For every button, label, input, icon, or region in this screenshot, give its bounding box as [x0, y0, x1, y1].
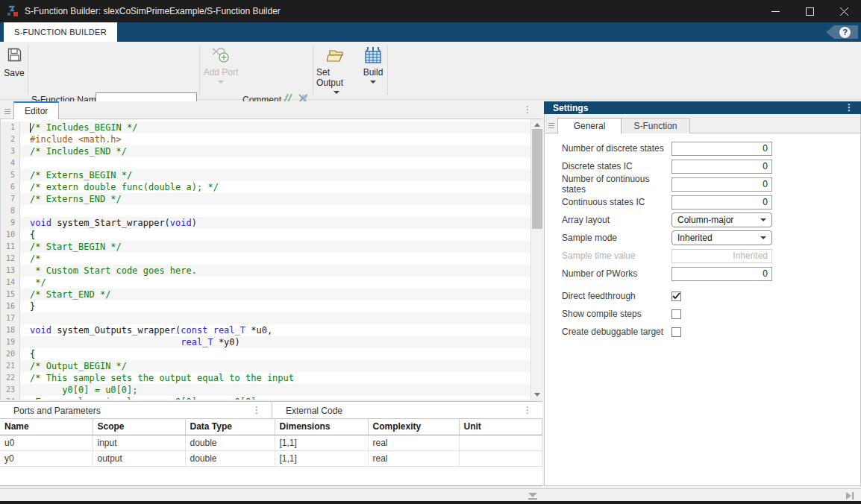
field-dropdown[interactable]: Column-major: [671, 212, 772, 227]
field-input[interactable]: [671, 142, 772, 156]
collapse-bottom-panel-icon[interactable]: [527, 491, 539, 500]
table-body: u0inputdouble[1,1]realy0outputdouble[1,1…: [0, 435, 542, 466]
column-header-name[interactable]: Name: [0, 419, 93, 435]
line-number: 4: [1, 157, 20, 169]
code-line-3[interactable]: 3/* Includes_END */: [1, 145, 530, 157]
tab-sfunction[interactable]: S-Function: [622, 118, 690, 134]
editor-menu-kebab-icon[interactable]: ⋮: [523, 105, 532, 114]
code-text: {: [20, 229, 35, 241]
ports-menu-kebab-icon[interactable]: ⋮: [252, 406, 261, 415]
field-input[interactable]: [671, 160, 772, 174]
table-cell[interactable]: [459, 450, 542, 466]
settings-row-number-of-pworks: Number of PWorks: [545, 265, 860, 283]
table-cell[interactable]: real: [368, 450, 459, 466]
table-cell[interactable]: double: [185, 450, 275, 466]
help-button[interactable]: ?: [826, 25, 858, 39]
field-label: Number of continuous states: [562, 174, 671, 195]
code-lines: 1/* Includes_BEGIN */2#include <math.h>3…: [1, 119, 530, 400]
line-number: 21: [1, 360, 20, 372]
maximize-button[interactable]: [792, 0, 827, 22]
code-line-2[interactable]: 2#include <math.h>: [1, 133, 530, 145]
table-cell[interactable]: double: [185, 435, 275, 450]
panel-grip-icon[interactable]: [548, 122, 554, 130]
scroll-up-icon[interactable]: [531, 119, 542, 130]
tab-ports-and-parameters[interactable]: Ports and Parameters ⋮: [0, 402, 272, 419]
build-icon: [363, 46, 383, 64]
table-cell[interactable]: [459, 435, 542, 450]
field-checkbox[interactable]: [671, 292, 681, 301]
code-text: /* Externs_BEGIN */: [20, 169, 132, 181]
column-header-dimensions[interactable]: Dimensions: [275, 419, 368, 435]
code-line-16[interactable]: 16}: [1, 300, 530, 312]
code-text: /*: [20, 253, 40, 265]
field-input[interactable]: [671, 177, 772, 192]
status-strip: [0, 488, 861, 501]
collapse-right-panel-icon[interactable]: [845, 491, 855, 501]
field-checkbox[interactable]: [671, 309, 681, 319]
code-line-11[interactable]: 11/* Start_BEGIN */: [1, 241, 530, 253]
code-line-10[interactable]: 10{: [1, 229, 530, 241]
code-line-4[interactable]: 4: [1, 157, 530, 169]
code-line-19[interactable]: 19 real_T *y0): [1, 336, 530, 348]
code-line-18[interactable]: 18void system_Outputs_wrapper(const real…: [1, 324, 530, 336]
table-cell[interactable]: y0: [0, 450, 93, 466]
column-header-unit[interactable]: Unit: [459, 419, 542, 435]
code-line-6[interactable]: 6/* extern double func(double a); */: [1, 181, 530, 193]
code-line-8[interactable]: 8: [1, 205, 530, 217]
table-cell[interactable]: real: [368, 435, 459, 450]
column-header-scope[interactable]: Scope: [93, 419, 185, 435]
code-text: {: [20, 348, 35, 360]
code-line-1[interactable]: 1/* Includes_BEGIN */: [1, 122, 530, 133]
code-line-17[interactable]: 17: [1, 312, 530, 324]
group-separator: [28, 45, 28, 95]
column-header-data-type[interactable]: Data Type: [185, 419, 275, 435]
table-row[interactable]: u0inputdouble[1,1]real: [0, 435, 542, 450]
external-code-menu-kebab-icon[interactable]: ⋮: [523, 406, 532, 415]
build-button[interactable]: Build: [359, 46, 387, 84]
tab-external-code[interactable]: External Code ⋮: [272, 402, 542, 419]
set-output-button[interactable]: Set Output: [316, 46, 357, 94]
code-line-22[interactable]: 22/* This sample sets the output equal t…: [1, 372, 530, 384]
code-text: #include <math.h>: [20, 133, 122, 145]
add-port-button[interactable]: Add Port: [203, 46, 239, 84]
table-cell[interactable]: [1,1]: [275, 435, 368, 450]
table-cell[interactable]: u0: [0, 435, 93, 450]
settings-row-sample-time-value: Sample time value: [545, 247, 860, 265]
field-checkbox[interactable]: [671, 327, 681, 337]
code-line-9[interactable]: 9void system_Start_wrapper(void): [1, 217, 530, 229]
settings-row-show-compile-steps: Show compile steps: [545, 305, 860, 323]
panel-grip-icon[interactable]: [4, 107, 10, 116]
code-line-12[interactable]: 12/*: [1, 253, 530, 265]
tab-sfunction-builder[interactable]: S-FUNCTION BUILDER: [4, 22, 117, 42]
close-button[interactable]: [827, 0, 861, 22]
tab-general[interactable]: General: [557, 118, 622, 134]
code-line-15[interactable]: 15/* Start_END */: [1, 289, 530, 300]
settings-row-direct-feedthrough: Direct feedthrough: [545, 287, 860, 305]
code-line-14[interactable]: 14 */: [1, 277, 530, 289]
field-input[interactable]: [671, 267, 772, 281]
code-line-13[interactable]: 13 * Custom Start code goes here.: [1, 265, 530, 277]
column-header-complexity[interactable]: Complexity: [368, 419, 459, 435]
scrollbar-thumb[interactable]: [532, 129, 542, 229]
code-line-5[interactable]: 5/* Externs_BEGIN */: [1, 169, 530, 181]
code-line-21[interactable]: 21/* Output_BEGIN */: [1, 360, 530, 372]
scroll-down-icon[interactable]: [531, 389, 542, 400]
settings-menu-kebab-icon[interactable]: ⋮: [845, 103, 854, 112]
chevron-down-icon: [760, 218, 766, 221]
table-row[interactable]: y0outputdouble[1,1]real: [0, 450, 542, 466]
editor-vertical-scrollbar[interactable]: [530, 119, 542, 400]
table-cell[interactable]: output: [93, 450, 185, 466]
code-editor[interactable]: 1/* Includes_BEGIN */2#include <math.h>3…: [0, 119, 542, 400]
code-line-7[interactable]: 7/* Externs_END */: [1, 193, 530, 205]
table-cell[interactable]: [1,1]: [275, 450, 368, 466]
field-dropdown[interactable]: Inherited: [671, 230, 772, 245]
code-line-23[interactable]: 23 y0[0] = u0[0];: [1, 384, 530, 396]
save-button[interactable]: Save: [3, 46, 25, 78]
tab-editor[interactable]: Editor: [13, 101, 59, 119]
minimize-button[interactable]: [758, 0, 792, 22]
code-text: [20, 205, 30, 217]
field-input[interactable]: [671, 195, 772, 210]
table-cell[interactable]: input: [93, 435, 185, 450]
code-line-24[interactable]: 24 For complex signals use: y0[0].re = u…: [1, 396, 530, 400]
code-line-20[interactable]: 20{: [1, 348, 530, 360]
